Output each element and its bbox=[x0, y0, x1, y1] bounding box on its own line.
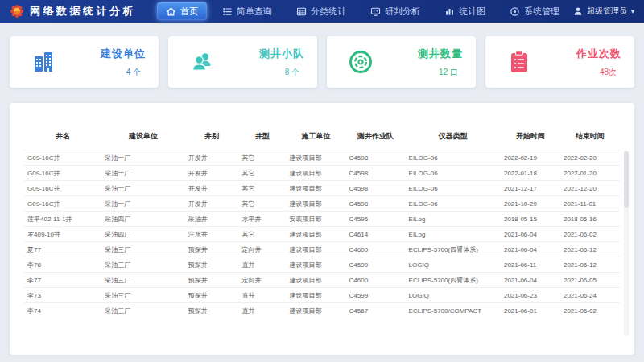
table-cell: 2021-06-11 bbox=[501, 257, 560, 273]
table-cell: ECLIPS-5700(四臂体系) bbox=[406, 242, 501, 257]
table-cell: ECLIPS-5700(四臂体系) bbox=[406, 273, 501, 288]
table-cell: 其它 bbox=[238, 196, 286, 212]
clipboard-icon bbox=[506, 49, 532, 75]
table-cell: 预探井 bbox=[185, 288, 239, 303]
table-cell: 采油一厂 bbox=[101, 181, 185, 196]
table-cell: G09-16C井 bbox=[24, 166, 101, 181]
table-cell: 2021-11-01 bbox=[560, 196, 620, 212]
table-cell: G09-16C井 bbox=[24, 181, 101, 196]
table-row: 李74采油三厂预探井直井建设项目部C4567ECLIPS-5700/COMPAC… bbox=[24, 303, 620, 319]
table-cell: G09-16C井 bbox=[24, 196, 101, 212]
system-icon bbox=[510, 6, 520, 17]
list-icon bbox=[222, 6, 233, 17]
table-cell: 其它 bbox=[238, 166, 286, 181]
user-menu[interactable]: 超级管理员 ▾ bbox=[573, 6, 634, 17]
nav-item-simple-query[interactable]: 简单查询 bbox=[213, 2, 281, 20]
table-cell: 开发井 bbox=[185, 150, 239, 166]
table-cell: C4614 bbox=[346, 227, 406, 242]
table-cell: 采油一厂 bbox=[101, 150, 185, 166]
grid-icon bbox=[296, 6, 307, 17]
nav-item-analysis[interactable]: 研判分析 bbox=[361, 2, 429, 20]
table-cell: 建设项目部 bbox=[287, 181, 346, 196]
table-cell: EILOG-06 bbox=[406, 150, 501, 166]
table-header-row: 井名 建设单位 井别 井型 施工单位 测井作业队 仪器类型 开始时间 结束时间 bbox=[24, 124, 620, 150]
table-cell: 2021-06-12 bbox=[560, 257, 620, 273]
table-cell: 直井 bbox=[238, 303, 286, 319]
table-cell: C4598 bbox=[346, 166, 406, 181]
table-cell: 2022-01-18 bbox=[501, 166, 560, 181]
table-cell: C4598 bbox=[346, 196, 406, 212]
table-cell: C4598 bbox=[346, 181, 406, 196]
table-cell: LOGIQ bbox=[406, 257, 501, 273]
table-cell: 2021-12-17 bbox=[501, 181, 560, 196]
scrollbar-thumb[interactable] bbox=[624, 151, 629, 208]
table-cell: EILog bbox=[406, 227, 501, 242]
col-header-instrument: 仪器类型 bbox=[406, 124, 501, 150]
col-header-start-time: 开始时间 bbox=[501, 124, 560, 150]
user-icon bbox=[573, 6, 583, 16]
chevron-down-icon: ▾ bbox=[631, 8, 634, 15]
table-cell: 建设项目部 bbox=[287, 227, 346, 242]
table-row: 李77采油三厂预探井定向井建设项目部C4600ECLIPS-5700(四臂体系)… bbox=[24, 273, 620, 288]
table-cell: EILOG-06 bbox=[406, 196, 501, 212]
table-cell: 采油一厂 bbox=[101, 166, 185, 181]
table-cell: 建设项目部 bbox=[287, 273, 346, 288]
table-cell: 建设项目部 bbox=[287, 288, 346, 303]
table-row: 莲平402-11-1井采油四厂采油井水平井安装项目部C4596EILog2018… bbox=[24, 212, 620, 227]
table-cell: 2022-02-20 bbox=[560, 150, 620, 166]
table-cell: 李74 bbox=[24, 303, 101, 319]
nav-item-system-admin[interactable]: 系统管理 bbox=[501, 2, 568, 20]
stat-card-label: 测井数量 bbox=[418, 47, 463, 61]
nav-item-label: 分类统计 bbox=[311, 6, 346, 18]
table-cell: C4598 bbox=[346, 150, 406, 166]
table-cell: 夏77 bbox=[24, 242, 101, 257]
nav-item-label: 简单查询 bbox=[237, 6, 272, 18]
table-cell: 预探井 bbox=[185, 273, 239, 288]
stat-card-label: 建设单位 bbox=[101, 47, 146, 61]
table-cell: C4599 bbox=[346, 288, 406, 303]
table-cell: 开发井 bbox=[185, 166, 239, 181]
col-header-well-class: 井别 bbox=[185, 124, 239, 150]
table-cell: 2021-06-12 bbox=[560, 242, 620, 257]
top-navbar: 网络数据统计分析 首页 简单查询 分类统计 bbox=[0, 0, 644, 23]
nav-item-category-stats[interactable]: 分类统计 bbox=[287, 2, 355, 20]
table-cell: 2018-05-15 bbox=[501, 212, 560, 227]
table-cell: 罗409-10井 bbox=[24, 227, 101, 242]
table-cell: 其它 bbox=[238, 227, 286, 242]
table-cell: 李77 bbox=[24, 273, 101, 288]
table-cell: 采油四厂 bbox=[101, 227, 185, 242]
nav-item-home[interactable]: 首页 bbox=[157, 2, 207, 20]
table-cell: 采油三厂 bbox=[101, 273, 185, 288]
stat-card-value: 8 个 bbox=[259, 67, 304, 78]
table-row: 夏77采油三厂预探井定向井建设项目部C4600ECLIPS-5700(四臂体系)… bbox=[24, 242, 620, 257]
table-cell: 2021-06-01 bbox=[501, 303, 560, 319]
table-cell: C4599 bbox=[346, 257, 406, 273]
table-cell: C4600 bbox=[346, 242, 406, 257]
well-jobs-table: 井名 建设单位 井别 井型 施工单位 测井作业队 仪器类型 开始时间 结束时间 … bbox=[24, 124, 620, 319]
table-cell: 采油一厂 bbox=[101, 196, 185, 212]
nav-item-label: 系统管理 bbox=[524, 6, 559, 18]
nav-item-stat-chart[interactable]: 统计图 bbox=[436, 2, 494, 20]
table-cell: C4567 bbox=[346, 303, 406, 319]
stat-card-job-count: 作业次数 48次 bbox=[485, 36, 634, 88]
table-cell: 采油三厂 bbox=[101, 242, 185, 257]
table-cell: 水平井 bbox=[238, 212, 286, 227]
building-icon bbox=[31, 49, 56, 75]
table-cell: 采油三厂 bbox=[101, 288, 185, 303]
monitor-icon bbox=[370, 6, 381, 17]
table-cell: EILog bbox=[406, 212, 501, 227]
table-cell: 2021-06-04 bbox=[501, 273, 560, 288]
table-cell: 采油井 bbox=[185, 212, 239, 227]
table-cell: EILOG-06 bbox=[406, 166, 501, 181]
stat-card-value: 4 个 bbox=[101, 67, 146, 78]
stat-card-well-count: 测井数量 12 口 bbox=[327, 36, 476, 88]
table-cell: 建设项目部 bbox=[287, 257, 346, 273]
col-header-well-name: 井名 bbox=[24, 124, 101, 150]
table-cell: LOGIQ bbox=[406, 288, 501, 303]
table-scrollbar[interactable] bbox=[624, 151, 629, 336]
table-body: G09-16C井采油一厂开发井其它建设项目部C4598EILOG-062022-… bbox=[24, 150, 620, 319]
table-cell: C4600 bbox=[346, 273, 406, 288]
table-row: 罗409-10井采油四厂注水井其它建设项目部C4614EILog2021-06-… bbox=[24, 227, 620, 242]
stat-cards-row: 建设单位 4 个 测井小队 8 个 测井数量 12 口 bbox=[0, 23, 644, 88]
table-cell: 直井 bbox=[238, 257, 286, 273]
